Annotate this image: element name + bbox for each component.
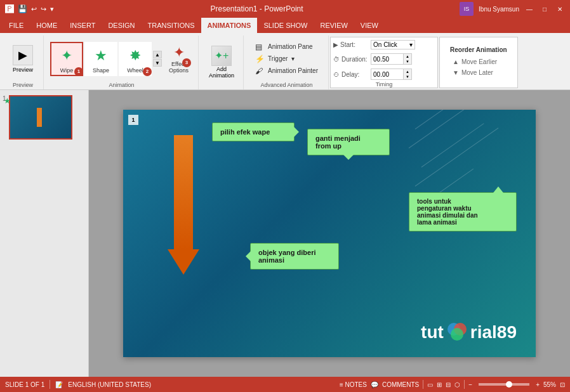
slide-thumbnail[interactable]: [9, 95, 72, 140]
tab-slideshow[interactable]: SLIDE SHOW: [257, 18, 314, 33]
move-earlier-btn[interactable]: ▲ Move Earlier: [450, 57, 507, 67]
preview-icon: ▶: [13, 45, 33, 65]
customize-btn[interactable]: ▾: [50, 5, 54, 13]
shape-label: Shape: [93, 67, 109, 74]
delay-input-group: ▲ ▼: [371, 69, 412, 80]
start-value: On Click: [373, 41, 397, 48]
trigger-icon: ⚡: [255, 55, 265, 63]
view-normal-icon[interactable]: ▭: [427, 381, 433, 388]
duration-down[interactable]: ▼: [404, 59, 411, 64]
tab-view[interactable]: VIEW: [354, 18, 385, 33]
tab-insert[interactable]: INSERT: [63, 18, 102, 33]
preview-group-content: ▶ Preview: [8, 36, 38, 82]
wheel-icon: ✸: [123, 44, 148, 67]
zoom-level: 55%: [543, 381, 556, 388]
tab-transitions[interactable]: TRANSITIONS: [142, 18, 201, 33]
advanced-animation-group: ▤ Animation Pane ⚡ Trigger ▾ 🖌 Animation…: [250, 40, 323, 78]
animation-wipe[interactable]: ✦ Wipe 1: [50, 42, 83, 76]
tab-review[interactable]: REVIEW: [314, 18, 354, 33]
scroll-down[interactable]: ▼: [153, 59, 162, 67]
notes-icon: 📝: [55, 381, 63, 388]
effect-options-button[interactable]: ✦ EffectOptions 3: [164, 41, 193, 77]
quick-save[interactable]: 💾: [18, 4, 27, 13]
diag-line-4: [415, 127, 499, 186]
minimize-btn[interactable]: —: [524, 4, 534, 14]
delay-down[interactable]: ▼: [404, 74, 411, 79]
tab-design[interactable]: DESIGN: [102, 18, 141, 33]
delay-icon: ⏲: [333, 71, 340, 78]
advanced-group-label: Advanced Animation: [261, 82, 313, 89]
tab-file[interactable]: FILE: [3, 18, 30, 33]
start-label: ▶ Start:: [333, 41, 368, 48]
delay-up[interactable]: ▲: [404, 69, 411, 74]
advanced-content: ▤ Animation Pane ⚡ Trigger ▾ 🖌 Animation…: [250, 36, 323, 82]
animation-painter-label: Animation Painter: [268, 67, 318, 74]
tab-animations[interactable]: ANIMATIONS: [201, 18, 258, 33]
fit-icon[interactable]: ⊡: [560, 381, 565, 388]
move-later-btn[interactable]: ▼ Move Later: [450, 68, 507, 77]
status-right: ≡ NOTES 💬 COMMENTS ▭ ⊞ ⊟ ⬡ − + 55% ⊡: [340, 380, 565, 389]
start-icon: ▶: [333, 41, 338, 48]
title-bar-title: Presentation1 - PowerPoint: [210, 4, 303, 13]
duration-input[interactable]: [371, 55, 403, 63]
zoom-slider[interactable]: [479, 383, 529, 386]
arrow-head: [168, 249, 199, 275]
notes-btn[interactable]: ≡ NOTES: [340, 381, 367, 388]
preview-button[interactable]: ▶ Preview: [8, 42, 38, 75]
callout-from-up-text: ganti menjadi from up: [315, 134, 361, 150]
comments-btn[interactable]: COMMENTS: [382, 381, 419, 388]
wheel-label: Wheel: [127, 67, 143, 74]
view-reading-icon[interactable]: ⊟: [446, 381, 451, 388]
add-animation-label: AddAnimation: [209, 66, 234, 79]
slide[interactable]: 1 pilih efek wape ganti menjadi from up …: [123, 110, 536, 357]
ribbon-group-reorder: Reorder Animation ▲ Move Earlier ▼ Move …: [439, 37, 518, 88]
animation-painter-btn[interactable]: 🖌 Animation Painter: [253, 65, 321, 77]
shape-icon: ★: [88, 44, 114, 67]
callout-timing-arrow: [493, 186, 503, 193]
add-animation-button[interactable]: ✦+ AddAnimation: [205, 43, 238, 81]
title-bar-controls: IS Ibnu Syamsun — □ ✕: [460, 2, 565, 16]
duration-up[interactable]: ▲: [404, 54, 411, 59]
zoom-plus[interactable]: +: [536, 381, 540, 388]
callout-animated-object: objek yang diberi animasi: [250, 243, 339, 270]
ribbon-content: ▶ Preview Preview ✦ Wipe 1 ★ Shape ✸ Wh: [0, 33, 570, 90]
add-animation-icon: ✦+: [211, 46, 232, 66]
timing-delay-row: ⏲ Delay: ▲ ▼: [333, 69, 412, 80]
badge-2: 2: [143, 67, 152, 76]
tab-home[interactable]: HOME: [30, 18, 63, 33]
status-bar: SLIDE 1 OF 1 📝 ENGLISH (UNITED STATES) ≡…: [0, 377, 570, 392]
trigger-btn[interactable]: ⚡ Trigger ▾: [253, 53, 321, 65]
delay-input[interactable]: [371, 70, 403, 79]
animation-wheel[interactable]: ✸ Wheel 2: [119, 42, 152, 76]
powerpoint-icon: 🅿: [5, 4, 14, 14]
status-divider-3: [464, 380, 465, 389]
title-bar-left: 🅿 💾 ↩ ↪ ▾: [5, 4, 54, 14]
ribbon-group-advanced: ▤ Animation Pane ⚡ Trigger ▾ 🖌 Animation…: [245, 36, 329, 89]
close-btn[interactable]: ✕: [555, 4, 565, 14]
timing-group-label: Timing: [376, 81, 393, 89]
view-presenter-icon[interactable]: ⬡: [454, 381, 460, 388]
animated-arrow: [168, 135, 199, 275]
callout-object-text: objek yang diberi animasi: [258, 249, 315, 264]
svg-point-2: [451, 328, 463, 341]
animation-pane-btn[interactable]: ▤ Animation Pane: [253, 41, 321, 53]
redo-btn[interactable]: ↪: [41, 5, 46, 13]
timing-start-row: ▶ Start: On Click ▾: [333, 40, 415, 49]
undo-btn[interactable]: ↩: [31, 5, 37, 13]
slide-thumb-wrapper: ★: [9, 95, 72, 140]
ribbon-group-animation: ✦ Wipe 1 ★ Shape ✸ Wheel 2 ▲ ▼: [45, 36, 199, 89]
scroll-up[interactable]: ▲: [153, 51, 162, 58]
start-dropdown[interactable]: On Click ▾: [371, 40, 415, 49]
view-slideshow-icon[interactable]: ⊞: [437, 381, 442, 388]
arrow-body: [174, 135, 193, 249]
user-name: Ibnu Syamsun: [479, 6, 519, 13]
diag-line-1: [415, 110, 493, 129]
animation-shape[interactable]: ★ Shape: [84, 42, 117, 76]
ribbon-group-add-animation: ✦+ AddAnimation: [200, 36, 244, 89]
slide-num-badge: 1: [128, 115, 138, 125]
maximize-btn[interactable]: □: [540, 4, 550, 14]
status-left: SLIDE 1 OF 1 📝 ENGLISH (UNITED STATES): [5, 380, 151, 389]
reorder-title: Reorder Animation: [450, 46, 507, 53]
zoom-minus[interactable]: −: [468, 381, 472, 388]
ribbon-group-preview: ▶ Preview Preview: [3, 36, 44, 89]
